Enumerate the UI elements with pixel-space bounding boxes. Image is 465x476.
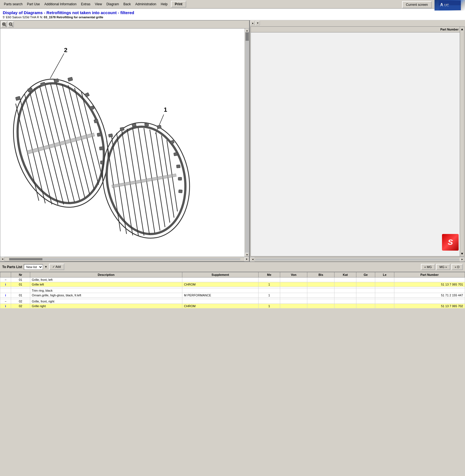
svg-rect-63 xyxy=(177,165,180,168)
menu-view[interactable]: View xyxy=(93,1,104,7)
right-panel-nav-up[interactable]: ▲ xyxy=(251,21,255,25)
diagram-panel: 2 1 xyxy=(0,20,249,261)
table-row[interactable]: i01Ornam.grille, high-gloss, black, fr.l… xyxy=(0,293,465,298)
brand-logo: S xyxy=(442,234,459,251)
svg-line-5 xyxy=(5,25,6,26)
right-scroll-left[interactable]: ◄ xyxy=(251,257,255,262)
parts-table: Nr Description Supplement Me Von Bis Kat… xyxy=(0,272,465,309)
right-panel-content: Part Number S ▲ ▼ xyxy=(251,26,464,256)
col-header-von: Von xyxy=(280,272,307,278)
d-prev-button[interactable]: « D xyxy=(451,264,463,270)
right-h-scrollbar[interactable]: ◄ ► xyxy=(250,257,465,261)
right-scroll-up[interactable]: ▲ xyxy=(461,27,464,31)
menu-bar: Parts search Part Use Additional Informa… xyxy=(0,0,465,9)
table-row[interactable]: −02Grille, front, right xyxy=(0,299,465,304)
h-scrollbar[interactable]: ◄ ► xyxy=(0,257,249,261)
svg-rect-30 xyxy=(16,96,21,101)
mg-prev-button[interactable]: « MG xyxy=(421,264,435,270)
table-row[interactable]: i01Grille leftCHROM151 13 7 065 701 xyxy=(0,282,465,287)
svg-rect-56 xyxy=(108,134,113,137)
app-logo: A UC xyxy=(435,0,465,11)
col-header-icon xyxy=(0,272,11,278)
right-h-track[interactable] xyxy=(256,258,459,261)
svg-rect-57 xyxy=(120,127,124,131)
scroll-right-arrow[interactable]: ► xyxy=(245,257,249,261)
title-area: Display of Diagrams - Retrofittings not … xyxy=(0,9,465,20)
new-list-select[interactable]: New list xyxy=(24,264,43,270)
diagram-svg: 2 1 xyxy=(0,29,241,248)
scroll-track[interactable] xyxy=(246,32,249,253)
col-header-ge: Ge xyxy=(356,272,375,278)
svg-rect-32 xyxy=(40,82,46,86)
svg-rect-3 xyxy=(439,5,461,10)
right-scroll-right[interactable]: ► xyxy=(460,257,464,262)
col-header-kat: Kat xyxy=(334,272,356,278)
dropdown-arrow: ▼ xyxy=(45,265,47,268)
parts-toolbar: To Parts List New list ▼ ✓ Add « MG MG »… xyxy=(0,262,465,272)
menu-parts-search[interactable]: Parts search xyxy=(2,1,25,7)
svg-text:2: 2 xyxy=(64,47,67,54)
h-scrollbar-track[interactable] xyxy=(9,258,240,260)
menu-extras[interactable]: Extras xyxy=(79,1,93,7)
main-layout: 2 1 xyxy=(0,20,465,261)
menu-additional-info[interactable]: Additional Information xyxy=(42,1,79,7)
svg-rect-35 xyxy=(85,93,90,97)
menu-help[interactable]: Help xyxy=(159,1,170,7)
svg-rect-38 xyxy=(97,133,101,136)
col-header-partnum: Part Number xyxy=(394,272,465,278)
col-header-bis: Bis xyxy=(307,272,334,278)
svg-rect-61 xyxy=(170,140,174,144)
svg-rect-59 xyxy=(144,123,149,126)
svg-rect-34 xyxy=(68,77,73,82)
page-subtitle: 5' E60 Saloon 520d THA R N: 03_1578 Retr… xyxy=(3,16,462,19)
svg-rect-39 xyxy=(99,147,103,150)
svg-rect-65 xyxy=(178,190,182,193)
parts-section: To Parts List New list ▼ ✓ Add « MG MG »… xyxy=(0,261,465,309)
col-header-desc: Description xyxy=(30,272,182,278)
col-header-le: Le xyxy=(375,272,394,278)
print-button[interactable]: Print xyxy=(171,1,186,7)
h-scrollbar-thumb[interactable] xyxy=(9,258,42,260)
svg-rect-64 xyxy=(178,177,182,180)
right-panel-vscroll[interactable]: ▲ ▼ xyxy=(460,27,464,256)
current-screen-button[interactable]: Current screen xyxy=(402,1,432,8)
right-scroll-down[interactable]: ▼ xyxy=(461,252,464,256)
svg-rect-62 xyxy=(173,152,178,156)
svg-rect-66 xyxy=(112,174,176,188)
col-header-me: Me xyxy=(258,272,280,278)
nav-buttons: « MG MG » « D xyxy=(421,264,463,270)
mg-next-button[interactable]: MG » xyxy=(436,264,450,270)
table-header-row: Nr Description Supplement Me Von Bis Kat… xyxy=(0,272,465,278)
menu-diagram[interactable]: Diagram xyxy=(104,1,121,7)
menu-part-use[interactable]: Part Use xyxy=(25,1,42,7)
scroll-thumb[interactable] xyxy=(246,32,249,41)
diagram-vscroll[interactable]: ▲ ▼ xyxy=(245,29,249,257)
table-row[interactable]: Trim ring, black xyxy=(0,288,465,293)
scroll-up-arrow[interactable]: ▲ xyxy=(245,29,249,32)
col-header-supplement: Supplement xyxy=(182,272,259,278)
menu-administration[interactable]: Administration xyxy=(133,1,159,7)
right-panel-nav-down[interactable]: ▼ xyxy=(256,21,260,25)
svg-rect-60 xyxy=(157,125,162,129)
right-panel-header: Part Number xyxy=(251,27,460,32)
diagram-area[interactable]: 2 1 xyxy=(0,29,249,257)
add-button[interactable]: ✓ Add xyxy=(49,264,64,270)
svg-line-9 xyxy=(12,25,13,26)
to-parts-list-label: To Parts List xyxy=(2,265,22,269)
scroll-down-arrow[interactable]: ▼ xyxy=(245,253,249,257)
col-header-nr: Nr xyxy=(11,272,30,278)
svg-rect-58 xyxy=(132,123,136,127)
right-panel: ▲ ▼ Part Number S ▲ ▼ ◄ ► xyxy=(249,20,465,261)
zoom-toolbar xyxy=(0,21,249,29)
zoom-out-button[interactable] xyxy=(8,21,14,27)
scroll-left-arrow[interactable]: ◄ xyxy=(0,257,5,261)
table-row[interactable]: i02Grille rightCHROM151 13 7 065 702 xyxy=(0,304,465,309)
table-row[interactable]: −01Grille, front, left xyxy=(0,278,465,282)
page-title: Display of Diagrams - Retrofittings not … xyxy=(3,10,462,15)
zoom-in-button[interactable] xyxy=(1,21,7,27)
svg-line-12 xyxy=(50,54,64,78)
menu-back[interactable]: Back xyxy=(121,1,133,7)
svg-text:1: 1 xyxy=(164,106,167,113)
